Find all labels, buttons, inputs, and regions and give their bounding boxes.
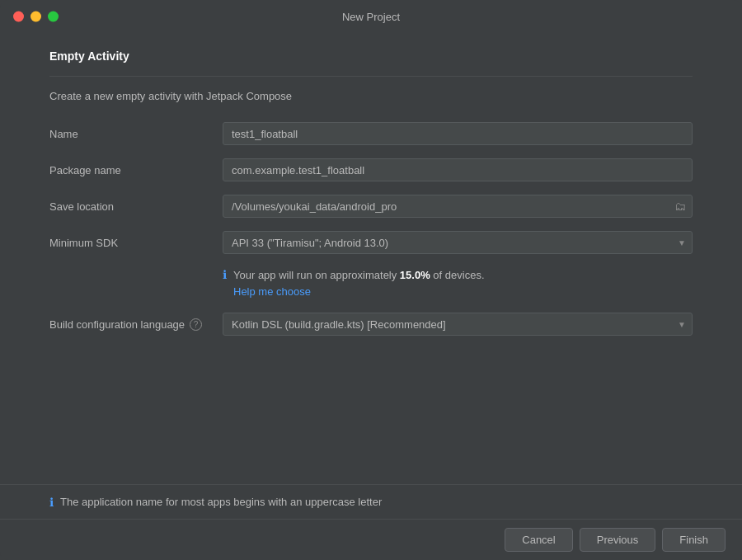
minimize-button[interactable] — [31, 12, 41, 22]
previous-button[interactable]: Previous — [580, 528, 656, 552]
dialog-window: New Project Empty Activity Create a new … — [0, 0, 742, 560]
main-content: Empty Activity Create a new empty activi… — [0, 33, 742, 484]
build-config-label-wrapper: Build configuration language ? — [49, 318, 223, 331]
package-name-row: Package name — [49, 158, 693, 181]
cancel-button[interactable]: Cancel — [505, 528, 572, 552]
maximize-button[interactable] — [48, 12, 59, 22]
build-config-help-icon[interactable]: ? — [190, 318, 202, 331]
sdk-info-text: Your app will run on approximately 15.0%… — [233, 267, 485, 299]
title-bar: New Project — [0, 0, 742, 33]
name-row: Name — [49, 122, 693, 145]
build-config-select[interactable]: Kotlin DSL (build.gradle.kts) [Recommend… — [223, 313, 693, 336]
section-title: Empty Activity — [49, 49, 693, 63]
name-input[interactable] — [223, 122, 693, 145]
finish-button[interactable]: Finish — [662, 528, 726, 552]
sdk-info-icon: ℹ — [223, 268, 227, 281]
sdk-percentage: 15.0% — [400, 269, 430, 281]
window-controls — [13, 12, 59, 22]
minimum-sdk-select[interactable]: API 33 ("Tiramisu"; Android 13.0) — [223, 231, 693, 254]
window-title: New Project — [342, 11, 400, 23]
sdk-info-part2: of devices. — [430, 269, 485, 281]
save-location-input-wrapper: 🗂 — [223, 195, 693, 218]
build-config-label: Build configuration language — [49, 318, 185, 331]
save-location-row: Save location 🗂 — [49, 195, 693, 218]
folder-icon[interactable]: 🗂 — [674, 200, 686, 213]
divider — [49, 76, 693, 77]
bottom-notice-text: The application name for most apps begin… — [60, 496, 382, 508]
bottom-notice: ℹ The application name for most apps beg… — [0, 484, 742, 519]
sdk-info-part1: Your app will run on approximately — [233, 269, 400, 281]
help-me-choose-link[interactable]: Help me choose — [233, 284, 485, 300]
package-name-input[interactable] — [223, 158, 693, 181]
sdk-info-row: ℹ Your app will run on approximately 15.… — [223, 267, 693, 299]
save-location-input[interactable] — [223, 195, 693, 218]
build-config-row: Build configuration language ? Kotlin DS… — [49, 313, 693, 336]
name-label: Name — [49, 128, 223, 140]
minimum-sdk-label: Minimum SDK — [49, 237, 223, 249]
save-location-label: Save location — [49, 200, 223, 213]
minimum-sdk-row: Minimum SDK API 33 ("Tiramisu"; Android … — [49, 231, 693, 254]
build-config-select-wrapper: Kotlin DSL (build.gradle.kts) [Recommend… — [223, 313, 693, 336]
minimum-sdk-select-wrapper: API 33 ("Tiramisu"; Android 13.0) ▼ — [223, 231, 693, 254]
section-subtitle: Create a new empty activity with Jetpack… — [49, 90, 693, 102]
footer: Cancel Previous Finish — [0, 519, 742, 560]
bottom-notice-icon: ℹ — [49, 496, 54, 509]
close-button[interactable] — [13, 12, 24, 22]
package-name-label: Package name — [49, 164, 223, 176]
spacer — [49, 349, 693, 468]
